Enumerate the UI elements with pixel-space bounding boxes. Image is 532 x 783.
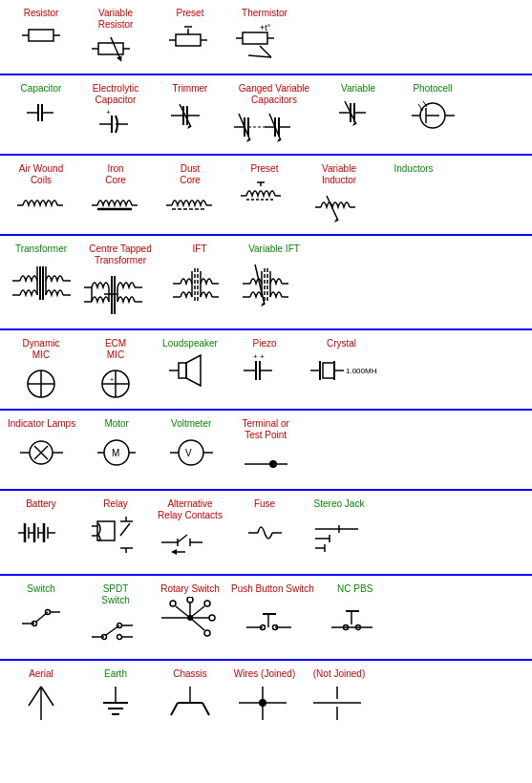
svg-rect-8 [176,34,201,46]
svg-line-174 [178,535,187,542]
svg-line-17 [248,55,271,57]
push-button-switch-label: Push Button Switch [231,583,314,595]
indicator-lamps-label: Indicator Lamps [8,418,75,430]
motor-symbol: Motor M [83,418,150,470]
misc1-section: Indicator Lamps Motor M Voltmeter V Term… [0,411,532,491]
fuse-label: Fuse [254,498,275,510]
svg-line-226 [41,687,53,706]
crystal-label: Crystal [327,338,356,349]
piezo-symbol: Piezo + + [231,338,298,390]
capacitor-label: Capacitor [21,83,62,95]
variable-inductor-symbol: VariableInductor [306,163,372,226]
electrolytic-capacitor-symbol: ElectrolyticCapacitor + [82,83,149,141]
trimmer-label: Trimmer [173,83,208,95]
earth-label: Earth [104,668,127,680]
thermistor-label: Thermistor [242,8,287,19]
svg-rect-134 [323,363,334,378]
svg-line-200 [176,606,190,618]
svg-point-209 [204,630,210,636]
transformers-section: Transformer Centre TappedTransformer [0,236,532,330]
air-wound-coils-symbol: Air WoundCoils [8,163,74,217]
air-wound-coils-label: Air WoundCoils [19,163,64,186]
svg-text:M: M [112,448,119,458]
svg-rect-13 [243,32,267,44]
ganged-variable-capacitors-label: Ganged VariableCapacitors [239,83,309,106]
indicator-lamps-symbol: Indicator Lamps [8,418,75,470]
variable-ift-label: Variable IFT [248,243,300,255]
ecm-mic-symbol: ECMMIC + [82,338,149,401]
variable-ift-symbol: Variable IFT [241,243,308,309]
photocell-label: Photocell [413,83,452,95]
thermistor-symbol: Thermistor +t° [231,8,298,64]
svg-line-168 [120,523,130,536]
iron-core-label: IronCore [105,163,126,186]
loudspeaker-symbol: Loudspeaker [157,338,223,390]
preset-resistor-symbol: Preset [157,8,223,59]
transformer-label: Transformer [15,243,67,255]
svg-line-55 [418,104,422,110]
svg-line-6 [111,37,120,59]
svg-line-204 [190,606,204,618]
svg-text:+t°: +t° [260,23,271,32]
earth-symbol: Earth [82,668,149,725]
resistors-section: Resistor VariableResistor Preset Thermis… [0,0,532,75]
svg-marker-126 [186,355,201,386]
preset-inductor-symbol: Preset [231,163,298,215]
variable-capacitor-label: Variable [341,83,375,95]
ift-symbol: IFT [166,243,233,309]
centre-tapped-transformer-symbol: Centre TappedTransformer [82,243,159,321]
audio-section: DynamicMIC ECMMIC + Loudspeaker Piezo [0,330,532,411]
variable-capacitor-symbol: Variable [325,83,392,130]
svg-line-115 [255,265,265,305]
svg-rect-1 [29,30,53,41]
wires-not-joined-label: (Not Joined) [313,668,365,680]
relay-symbol: Relay [82,498,149,555]
alternative-relay-contacts-symbol: AlternativeRelay Contacts [157,498,223,566]
battery-symbol: Battery [8,498,74,550]
svg-point-152 [269,460,277,468]
crystal-symbol: Crystal 1.000MHz [306,338,377,390]
aerial-symbol: Aerial [8,668,74,725]
motor-label: Motor [104,418,129,430]
svg-point-237 [259,699,266,707]
dust-core-label: DustCore [180,163,201,186]
preset-inductor-label: Preset [251,163,279,175]
transformer-symbol: Transformer [8,243,74,305]
resistor-symbol: Resistor [8,8,74,50]
trimmer-symbol: Trimmer [157,83,223,135]
inductors-label: Inductors [394,163,433,175]
variable-resistor-symbol: VariableResistor [82,8,149,66]
switch-symbol: Switch [8,583,74,635]
iron-core-symbol: IronCore [82,163,149,222]
rotary-switch-label: Rotary Switch [160,583,220,595]
dynamic-mic-symbol: DynamicMIC [8,338,74,401]
wires-joined-symbol: Wires (Joined) [231,668,298,725]
aerial-label: Aerial [29,668,53,680]
terminal-test-point-label: Terminal orTest Point [242,418,288,441]
dust-core-symbol: DustCore [157,163,223,222]
svg-rect-125 [179,363,186,378]
svg-line-72 [327,196,338,221]
svg-rect-4 [98,43,123,54]
svg-line-225 [29,687,41,706]
stereo-jack-label: Stereo Jack [314,498,365,510]
relay-label: Relay [103,498,128,510]
capacitors-section: Capacitor ElectrolyticCapacitor + Trimme… [0,75,532,156]
svg-line-16 [260,46,271,57]
inductors-section: Air WoundCoils IronCore DustCore Preset [0,156,532,236]
svg-point-201 [170,601,176,606]
nc-pbs-symbol: NC PBS [322,583,389,640]
svg-point-205 [204,601,210,606]
connections-section: Aerial Earth Chassis Wires (Joined) [0,661,532,732]
preset-resistor-label: Preset [177,8,204,19]
nc-pbs-label: NC PBS [337,583,372,595]
piezo-label: Piezo [252,338,276,349]
inductors-label-group: Inductors [380,163,447,177]
voltmeter-symbol: Voltmeter V [158,418,224,470]
stereo-jack-symbol: Stereo Jack [306,498,372,555]
svg-text:V: V [185,448,192,458]
electrolytic-capacitor-label: ElectrolyticCapacitor [93,83,138,106]
variable-resistor-label: VariableResistor [98,8,134,31]
svg-point-207 [209,615,215,621]
svg-text:+: + [106,108,111,116]
